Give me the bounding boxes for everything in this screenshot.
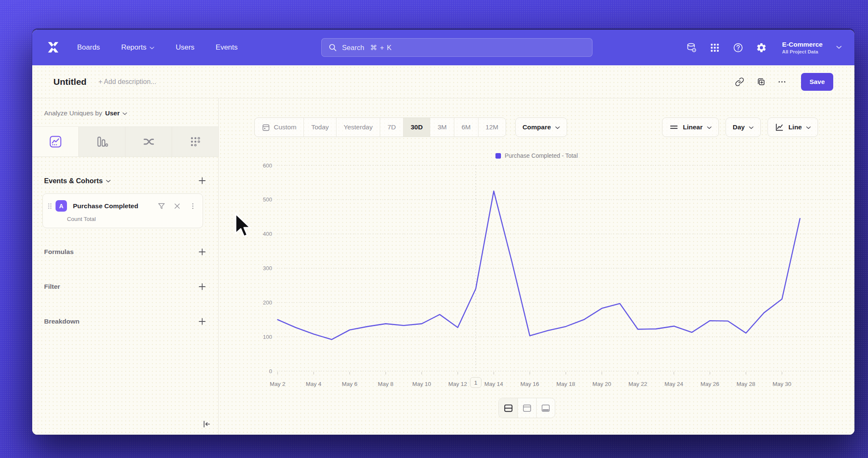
split-view-icon bbox=[504, 403, 513, 413]
help-icon[interactable] bbox=[733, 42, 743, 53]
line-chart: 0100200300400500600May 2May 4May 6May 8M… bbox=[237, 160, 848, 394]
date-range-custom[interactable]: Custom bbox=[255, 118, 303, 137]
x-tick-label: May 18 bbox=[556, 381, 575, 387]
tab-bar-charts[interactable] bbox=[78, 127, 125, 156]
query-sections: FormulasFilterBreakdown bbox=[32, 248, 218, 326]
day-dropdown-button[interactable]: Day bbox=[726, 117, 761, 137]
chart-display-controls: LinearDayLine bbox=[662, 117, 818, 137]
nav-item-label: Events bbox=[216, 43, 238, 52]
event-menu-icon[interactable] bbox=[189, 202, 197, 210]
more-options-icon[interactable] bbox=[777, 77, 787, 87]
date-range-30d[interactable]: 30D bbox=[403, 118, 430, 137]
button-label: Day bbox=[733, 123, 745, 131]
tab-insights[interactable] bbox=[32, 127, 78, 156]
layout-top-toggle[interactable] bbox=[517, 398, 536, 418]
add-description[interactable]: + Add description... bbox=[98, 78, 156, 86]
nav-item-events[interactable]: Events bbox=[216, 43, 238, 52]
date-range-yesterday[interactable]: Yesterday bbox=[336, 118, 380, 137]
primary-nav: BoardsReportsUsersEvents bbox=[77, 43, 238, 52]
x-tick-label: May 10 bbox=[412, 381, 431, 387]
analyze-value-dropdown[interactable]: User bbox=[105, 109, 120, 117]
event-series-badge[interactable]: A bbox=[56, 200, 67, 212]
date-range-12m[interactable]: 12M bbox=[478, 118, 506, 137]
layout-bottom-toggle[interactable] bbox=[536, 398, 555, 418]
event-name[interactable]: Purchase Completed bbox=[73, 202, 158, 210]
duplicate-icon[interactable] bbox=[756, 77, 765, 87]
save-button[interactable]: Save bbox=[801, 73, 833, 91]
copy-link-icon[interactable] bbox=[735, 77, 744, 87]
mixpanel-logo-icon[interactable] bbox=[45, 39, 62, 56]
nav-item-reports[interactable]: Reports bbox=[121, 43, 155, 52]
add-breakdown-button[interactable] bbox=[198, 317, 206, 326]
section-label: Formulas bbox=[44, 248, 74, 256]
x-tick-label: May 22 bbox=[629, 381, 647, 387]
button-label: Linear bbox=[683, 123, 703, 131]
date-range-label: 6M bbox=[462, 123, 471, 131]
compare-label: Compare bbox=[523, 123, 551, 131]
events-cohorts-toggle[interactable]: Events & Cohorts bbox=[44, 177, 111, 185]
collapse-sidebar-button[interactable] bbox=[201, 419, 211, 430]
linear-dropdown-button[interactable]: Linear bbox=[662, 117, 719, 137]
date-range-label: Today bbox=[311, 123, 328, 131]
nav-item-users[interactable]: Users bbox=[175, 43, 194, 52]
apps-grid-icon[interactable] bbox=[709, 42, 720, 53]
events-cohorts-label: Events & Cohorts bbox=[44, 177, 103, 185]
add-event-button[interactable] bbox=[198, 176, 206, 185]
report-title[interactable]: Untitled bbox=[53, 77, 86, 87]
insights-line-chart-icon bbox=[49, 135, 62, 148]
data-management-icon[interactable] bbox=[686, 42, 697, 53]
x-tick-label: May 24 bbox=[665, 381, 684, 387]
remove-event-icon[interactable] bbox=[173, 202, 181, 210]
project-subtitle: All Project Data bbox=[782, 49, 823, 54]
search-shortcut: ⌘ + K bbox=[370, 44, 392, 52]
body: Analyze Uniques by User bbox=[32, 98, 854, 435]
legend-label: Purchase Completed - Total bbox=[505, 152, 578, 159]
line-chart-icon bbox=[775, 123, 784, 132]
x-tick-label: May 8 bbox=[378, 381, 394, 387]
project-switcher[interactable]: E-Commerce All Project Data bbox=[782, 41, 823, 54]
date-range-6m[interactable]: 6M bbox=[454, 118, 478, 137]
date-range-today[interactable]: Today bbox=[303, 118, 336, 137]
report-header: Untitled + Add description... Save bbox=[32, 65, 854, 98]
chevron-down-icon bbox=[555, 126, 560, 129]
query-sidebar: Analyze Uniques by User bbox=[32, 98, 219, 435]
project-name: E-Commerce bbox=[782, 41, 823, 48]
analyze-prefix-label: Analyze Uniques by bbox=[44, 109, 102, 117]
chevron-down-icon bbox=[150, 47, 154, 50]
calendar-icon bbox=[262, 123, 270, 131]
x-tick-label: May 4 bbox=[306, 381, 322, 387]
search-icon bbox=[328, 43, 337, 52]
x-tick-label: May 14 bbox=[484, 381, 504, 387]
app-window: BoardsReportsUsersEvents Search ⌘ + K bbox=[32, 30, 854, 435]
settings-gear-icon[interactable] bbox=[756, 42, 767, 53]
date-range-label: Yesterday bbox=[344, 123, 373, 131]
flows-icon bbox=[142, 135, 155, 148]
event-card[interactable]: A Purchase Completed bbox=[42, 193, 203, 228]
retention-dots-icon bbox=[189, 135, 202, 148]
chevron-down-icon bbox=[122, 112, 127, 115]
button-label: Line bbox=[788, 123, 802, 131]
date-range-3m[interactable]: 3M bbox=[430, 118, 454, 137]
section-label: Filter bbox=[44, 283, 60, 290]
drag-handle-icon[interactable] bbox=[47, 202, 53, 210]
navbar-right: E-Commerce All Project Data bbox=[686, 41, 842, 54]
top-navbar: BoardsReportsUsersEvents Search ⌘ + K bbox=[32, 30, 854, 65]
compare-button[interactable]: Compare bbox=[515, 117, 567, 137]
add-filter-button[interactable] bbox=[198, 282, 206, 291]
collapse-left-icon bbox=[202, 419, 211, 429]
tab-flows[interactable] bbox=[125, 127, 172, 156]
top-bar-view-icon bbox=[522, 403, 532, 413]
search-input[interactable]: Search ⌘ + K bbox=[321, 38, 593, 57]
filter-funnel-icon[interactable] bbox=[158, 202, 165, 210]
line-dropdown-button[interactable]: Line bbox=[768, 117, 818, 137]
tab-retention[interactable] bbox=[172, 127, 218, 156]
bar-chart-icon bbox=[96, 135, 108, 148]
nav-item-boards[interactable]: Boards bbox=[77, 43, 100, 52]
add-formulas-button[interactable] bbox=[198, 248, 206, 256]
date-range-7d[interactable]: 7D bbox=[380, 118, 403, 137]
series-line bbox=[278, 191, 800, 340]
event-aggregation[interactable]: Count Total bbox=[67, 216, 197, 222]
layout-split-toggle[interactable] bbox=[499, 398, 517, 418]
layout-toggles bbox=[498, 398, 555, 418]
chevron-down-icon bbox=[836, 46, 842, 49]
